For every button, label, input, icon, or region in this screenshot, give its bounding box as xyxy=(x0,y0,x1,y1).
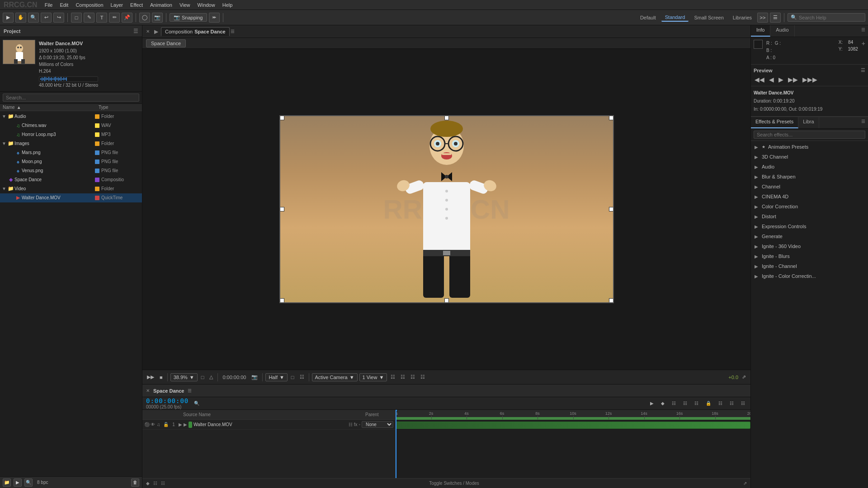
tree-item-video[interactable]: ▼📁VideoFolder xyxy=(0,184,142,193)
menu-window[interactable]: Window xyxy=(198,2,215,8)
menu-help[interactable]: Help xyxy=(222,2,233,8)
tl-collapse-btn[interactable]: ☷ xyxy=(739,400,747,407)
new-comp-button[interactable]: ▶ xyxy=(14,479,22,487)
fit-button[interactable]: □ xyxy=(199,374,206,381)
comp-tab-spacedance[interactable]: Composition Space Dance xyxy=(161,27,230,36)
effect-item-blur-&-sharpen[interactable]: ▶Blur & Sharpen xyxy=(751,172,868,182)
layer-fx-icon[interactable]: fx xyxy=(354,422,358,427)
comp-name-label[interactable]: Space Dance xyxy=(146,39,186,47)
comp-tab-close-icon[interactable]: ✕ xyxy=(144,29,151,34)
views-dropdown[interactable]: 1 View ▼ xyxy=(359,373,387,381)
layer-mask-icon[interactable]: ☷ xyxy=(349,422,353,427)
effect-item-cinema-4d[interactable]: ▶CINEMA 4D xyxy=(751,192,868,202)
new-folder-button[interactable]: 📁 xyxy=(3,479,11,487)
effect-item-animation-presets[interactable]: ▶★Animation Presets xyxy=(751,142,868,152)
playhead[interactable] xyxy=(396,410,396,478)
toggle-transparency-btn[interactable]: □ xyxy=(289,374,296,381)
handle-top-left[interactable] xyxy=(280,116,284,120)
timeline-tab-close-icon[interactable]: ✕ xyxy=(146,388,150,393)
menu-effect[interactable]: Effect xyxy=(130,2,143,8)
project-panel-menu-icon[interactable]: ☰ xyxy=(133,28,138,34)
camera-tool-button[interactable]: 📷 xyxy=(152,13,163,23)
effect-item-color-correction[interactable]: ▶Color Correction xyxy=(751,202,868,211)
playback-btn[interactable]: ▶▶ xyxy=(145,373,156,381)
tl-solo-btn[interactable]: ☷ xyxy=(693,400,700,407)
timeline-menu-icon[interactable]: ☰ xyxy=(188,388,192,393)
tl-keyframe-btn[interactable]: ◆ xyxy=(659,400,666,407)
expand-viewer-btn[interactable]: ⇗ xyxy=(740,373,748,381)
tl-transfer-btn[interactable]: ▶ xyxy=(648,400,656,407)
workspace-more-button[interactable]: >> xyxy=(757,13,768,23)
parent-select[interactable]: None xyxy=(362,421,393,428)
zoom-tool-button[interactable]: 🔍 xyxy=(28,13,39,23)
flow-button[interactable]: ⤕ xyxy=(209,13,220,23)
effect-item-ignite---color-correctin...[interactable]: ▶Ignite - Color Correctin... xyxy=(751,271,868,281)
comp-flow-btn[interactable]: ☷ xyxy=(389,373,397,381)
effect-item-ignite---blurs[interactable]: ▶Ignite - Blurs xyxy=(751,251,868,261)
menu-file[interactable]: File xyxy=(45,2,53,8)
handle-top-right[interactable] xyxy=(609,116,613,120)
menu-animation[interactable]: Animation xyxy=(150,2,172,8)
comp-tab-menu-icon[interactable]: ☰ xyxy=(231,29,235,34)
overlay-btn[interactable]: △ xyxy=(208,373,215,381)
project-search-input[interactable] xyxy=(3,94,139,102)
pen-tool-button[interactable]: ✎ xyxy=(84,13,94,23)
effect-item-3d-channel[interactable]: ▶3D Channel xyxy=(751,152,868,162)
brush-tool-button[interactable]: ✏ xyxy=(109,13,120,23)
layer-solo-icon[interactable]: ⚫ xyxy=(144,422,150,427)
plus-button[interactable]: + xyxy=(862,40,865,47)
effects-search-input[interactable] xyxy=(754,131,865,139)
tree-item-venus[interactable]: ♠Venus.pngPNG file xyxy=(0,166,142,175)
puppet-tool-button[interactable]: 📌 xyxy=(122,13,132,23)
layer-play-icon[interactable]: ▶ xyxy=(184,422,187,427)
search-help-input[interactable] xyxy=(799,15,862,20)
right-tab-menu-icon[interactable]: ☰ xyxy=(859,25,868,37)
handle-bottom-right[interactable] xyxy=(609,298,613,303)
tl-lock-btn[interactable]: 🔒 xyxy=(704,400,713,407)
tl-mode-btn[interactable]: ☷ xyxy=(681,400,689,407)
workspace-standard[interactable]: Standard xyxy=(661,14,689,22)
preview-menu-icon[interactable]: ☰ xyxy=(861,67,865,73)
tab-libraries[interactable]: Libra xyxy=(798,117,819,128)
preview-play-button[interactable]: ▶ xyxy=(778,76,784,83)
redo-button[interactable]: ↪ xyxy=(53,13,64,23)
handle-top-center[interactable] xyxy=(444,116,449,120)
handle-bottom-center[interactable] xyxy=(444,298,449,303)
preview-next-button[interactable]: ▶▶ xyxy=(787,76,799,83)
graph-btn[interactable]: ☷ xyxy=(419,373,427,381)
tl-shy-btn[interactable]: ☷ xyxy=(717,400,724,407)
snapshot2-btn[interactable]: 📷 xyxy=(250,373,259,381)
tl-bottom-comp-btn[interactable]: ☷ xyxy=(153,481,157,486)
camera-dropdown[interactable]: Active Camera ▼ xyxy=(312,373,358,381)
roto-tool-button[interactable]: ◯ xyxy=(139,13,150,23)
tl-search-icon[interactable]: 🔍 xyxy=(192,400,201,407)
handle-middle-right[interactable] xyxy=(609,207,613,211)
undo-button[interactable]: ↩ xyxy=(41,13,52,23)
rectangle-tool-button[interactable]: □ xyxy=(71,13,82,23)
effect-item-channel[interactable]: ▶Channel xyxy=(751,182,868,192)
handle-middle-left[interactable] xyxy=(280,207,284,211)
preview-skip-back-button[interactable]: ◀◀ xyxy=(754,76,765,83)
menu-layer[interactable]: Layer xyxy=(111,2,123,8)
snapshot-btn[interactable]: ■ xyxy=(158,374,165,381)
tl-bottom-time-btn[interactable]: ☷ xyxy=(161,481,165,486)
layer-eye-icon[interactable]: 👁 xyxy=(151,422,156,427)
tab-effects-presets[interactable]: Effects & Presets xyxy=(751,117,798,128)
effects-tab-menu-icon[interactable]: ☰ xyxy=(859,117,868,128)
effect-item-audio[interactable]: ▶Audio xyxy=(751,162,868,172)
hand-tool-button[interactable]: ✋ xyxy=(15,13,26,23)
tab-info[interactable]: Info xyxy=(751,25,770,37)
select-tool-button[interactable]: ▶ xyxy=(3,13,14,23)
layer-audio-icon[interactable]: ♫ xyxy=(157,422,162,427)
layer-row[interactable]: ⚫ 👁 ♫ 🔓 1 ▶ ▶ Walter Dance.MOV xyxy=(142,420,395,430)
handle-bottom-left[interactable] xyxy=(280,298,284,303)
effect-item-ignite---channel[interactable]: ▶Ignite - Channel xyxy=(751,261,868,271)
viewer-options-button[interactable]: ☰ xyxy=(770,13,781,23)
menu-composition[interactable]: Composition xyxy=(75,2,103,8)
find-button[interactable]: 🔍 xyxy=(24,479,33,487)
workspace-libraries[interactable]: Libraries xyxy=(729,14,755,21)
preview-prev-button[interactable]: ◀ xyxy=(768,76,775,83)
tree-item-walterdance[interactable]: ▶Walter Dance.MOVQuickTime xyxy=(0,193,142,202)
delete-button[interactable]: 🗑 xyxy=(131,479,139,487)
workspace-default[interactable]: Default xyxy=(637,14,660,21)
